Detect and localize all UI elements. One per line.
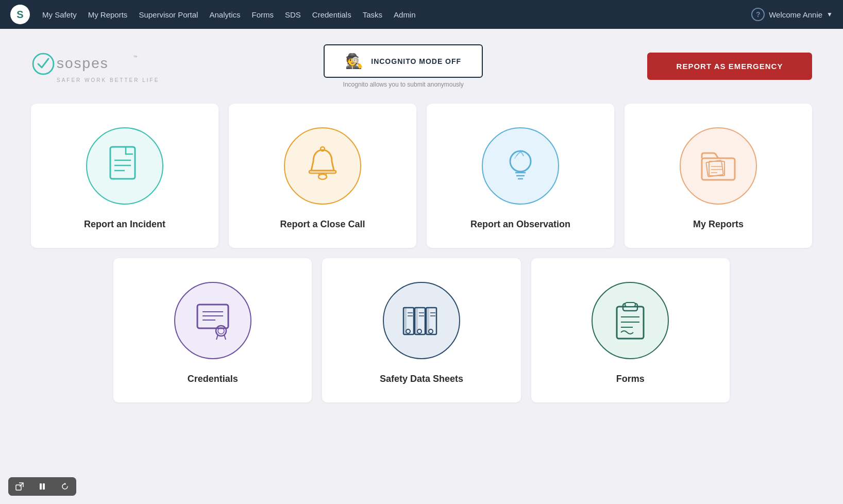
observation-card-label: Report an Observation [470, 219, 570, 230]
svg-point-8 [321, 147, 325, 151]
incognito-spy-icon: 🕵️ [345, 53, 364, 70]
svg-point-10 [318, 174, 327, 179]
svg-rect-4 [110, 147, 135, 179]
svg-rect-54 [40, 483, 42, 490]
forms-icon-circle [592, 282, 669, 359]
top-section: sospes ™ SAFER WORK BETTER LIFE 🕵️ INCOG… [31, 44, 812, 88]
nav-item-tasks[interactable]: Tasks [363, 10, 382, 19]
lightbulb-icon [500, 143, 541, 189]
forms-card-label: Forms [616, 374, 645, 384]
my-reports-icon-circle [680, 127, 757, 205]
toolbar-button-2[interactable] [31, 477, 54, 496]
nav-logo[interactable]: S [10, 5, 30, 24]
card-credentials[interactable]: Credentials [113, 258, 312, 402]
books-icon [398, 297, 445, 344]
top-cards-row: Report an Incident Report [31, 104, 812, 248]
bottom-cards-row: Credentials [31, 258, 812, 402]
svg-rect-9 [309, 171, 336, 173]
svg-point-13 [510, 151, 531, 172]
toolbar-button-1[interactable] [8, 477, 31, 496]
certificate-icon [192, 297, 233, 344]
nav-right: ? Welcome Annie ▼ [751, 8, 833, 21]
incognito-area: 🕵️ INCOGNITO MODE OFF Incognito allows y… [324, 44, 483, 88]
card-forms[interactable]: Forms [531, 258, 730, 402]
emergency-button[interactable]: REPORT AS EMERGENCY [647, 53, 812, 80]
incident-icon-circle [86, 127, 163, 205]
nav-items: My Safety My Reports Supervisor Portal A… [42, 10, 739, 19]
svg-rect-48 [625, 303, 635, 307]
nav-item-sds[interactable]: SDS [285, 10, 301, 19]
brand-logo: sospes ™ SAFER WORK BETTER LIFE [31, 49, 159, 83]
brand-tagline: SAFER WORK BETTER LIFE [57, 77, 159, 83]
refresh-icon [61, 482, 69, 491]
pause-icon [38, 482, 46, 491]
bottom-toolbar [8, 477, 76, 496]
folder-icon [698, 143, 739, 189]
incognito-subtext: Incognito allows you to submit anonymous… [343, 81, 464, 88]
svg-point-1 [33, 54, 54, 74]
bell-icon [302, 143, 343, 189]
navbar: S My Safety My Reports Supervisor Portal… [0, 0, 843, 29]
my-reports-card-label: My Reports [693, 219, 744, 230]
clipboard-icon [610, 297, 651, 344]
svg-rect-55 [43, 483, 45, 490]
safety-data-sheets-icon-circle [383, 282, 460, 359]
help-icon[interactable]: ? [751, 8, 765, 21]
safety-data-sheets-card-label: Safety Data Sheets [380, 374, 463, 384]
card-report-close-call[interactable]: Report a Close Call [229, 104, 416, 248]
close-call-card-label: Report a Close Call [280, 219, 365, 230]
main-content: sospes ™ SAFER WORK BETTER LIFE 🕵️ INCOG… [0, 29, 843, 418]
nav-item-my-reports[interactable]: My Reports [88, 10, 128, 19]
svg-text:™: ™ [133, 55, 138, 60]
observation-icon-circle [482, 127, 559, 205]
incognito-label: INCOGNITO MODE OFF [371, 57, 461, 65]
card-my-reports[interactable]: My Reports [625, 104, 812, 248]
incident-card-label: Report an Incident [84, 219, 165, 230]
close-call-icon-circle [284, 127, 361, 205]
nav-item-my-safety[interactable]: My Safety [42, 10, 77, 19]
welcome-text[interactable]: Welcome Annie [769, 10, 822, 19]
svg-point-45 [429, 329, 433, 333]
document-icon [104, 143, 145, 189]
incognito-button[interactable]: 🕵️ INCOGNITO MODE OFF [324, 44, 483, 78]
svg-point-35 [406, 329, 410, 333]
nav-item-analytics[interactable]: Analytics [209, 10, 240, 19]
dropdown-arrow-icon[interactable]: ▼ [827, 11, 833, 18]
card-report-incident[interactable]: Report an Incident [31, 104, 218, 248]
nav-item-credentials[interactable]: Credentials [312, 10, 351, 19]
nav-item-supervisor-portal[interactable]: Supervisor Portal [139, 10, 198, 19]
nav-item-forms[interactable]: Forms [251, 10, 274, 19]
svg-point-40 [417, 329, 422, 333]
nav-item-admin[interactable]: Admin [394, 10, 416, 19]
toolbar-button-3[interactable] [54, 477, 76, 496]
card-safety-data-sheets[interactable]: Safety Data Sheets [322, 258, 520, 402]
external-link-icon [15, 482, 24, 491]
svg-text:sospes: sospes [57, 55, 109, 71]
svg-line-29 [216, 334, 218, 340]
card-report-observation[interactable]: Report an Observation [427, 104, 614, 248]
credentials-card-label: Credentials [188, 374, 238, 384]
svg-line-30 [224, 334, 226, 340]
credentials-icon-circle [174, 282, 251, 359]
sospes-logo-svg: sospes ™ [31, 49, 144, 78]
